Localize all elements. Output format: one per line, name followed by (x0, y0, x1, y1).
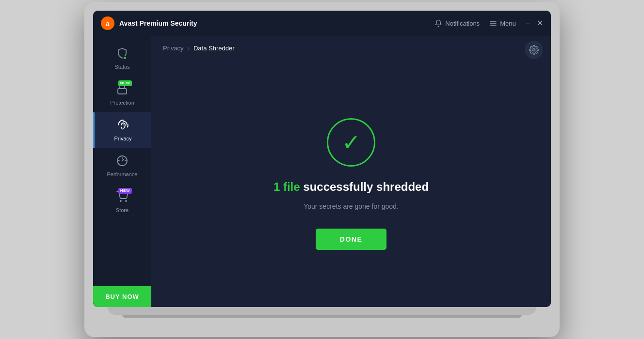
success-count: 1 file (274, 180, 300, 193)
gear-icon (529, 45, 539, 55)
success-title: 1 file successfully shredded (274, 180, 429, 194)
title-bar: a Avast Premium Security Notifications (93, 11, 551, 36)
status-icon-wrapper (116, 47, 128, 61)
breadcrumb: Privacy › Data Shredder (151, 36, 551, 61)
menu-button[interactable]: Menu (489, 19, 516, 27)
sidebar-item-performance[interactable]: Performance (93, 148, 151, 184)
close-button[interactable]: ✕ (537, 19, 543, 27)
app-window: a Avast Premium Security Notifications (93, 11, 551, 307)
done-button[interactable]: DONE (316, 229, 386, 250)
app-title: Avast Premium Security (119, 19, 197, 27)
svg-rect-5 (118, 89, 127, 94)
protection-new-badge: NEW (118, 80, 132, 86)
breadcrumb-current: Data Shredder (193, 45, 235, 52)
svg-point-9 (533, 49, 535, 51)
sidebar-item-privacy-label: Privacy (114, 136, 131, 141)
store-icon-wrapper: NEW (116, 191, 128, 204)
success-subtitle: Your secrets are gone for good. (304, 202, 399, 210)
main-layout: Status NEW Protection (93, 36, 551, 307)
content-area: Privacy › Data Shredder ✓ (151, 36, 551, 307)
buy-now-button[interactable]: BUY NOW (93, 286, 151, 307)
sidebar: Status NEW Protection (93, 36, 151, 307)
avast-logo-icon: a (101, 16, 114, 30)
minimize-button[interactable]: − (526, 19, 530, 27)
store-new-badge: NEW (118, 188, 132, 194)
bell-icon (435, 19, 442, 27)
protection-icon-wrapper: NEW (116, 83, 128, 97)
laptop-frame: a Avast Premium Security Notifications (84, 2, 560, 337)
sidebar-item-protection[interactable]: NEW Protection (93, 77, 151, 112)
success-area: ✓ 1 file successfully shredded Your secr… (151, 61, 551, 307)
svg-point-8 (126, 200, 127, 201)
menu-label: Menu (500, 20, 516, 27)
performance-icon-wrapper (116, 155, 128, 169)
sidebar-item-store[interactable]: NEW Store (93, 184, 151, 220)
success-title-suffix: successfully shredded (300, 180, 429, 193)
svg-point-7 (120, 200, 121, 201)
breadcrumb-parent: Privacy (163, 45, 184, 52)
settings-button[interactable] (525, 41, 543, 59)
checkmark-icon: ✓ (342, 131, 361, 154)
notifications-label: Notifications (445, 20, 480, 27)
sidebar-item-privacy[interactable]: Privacy (93, 112, 151, 148)
notifications-button[interactable]: Notifications (435, 19, 480, 27)
laptop-stand (108, 307, 536, 315)
privacy-icon-wrapper (117, 119, 129, 133)
sidebar-item-store-label: Store (116, 207, 129, 213)
breadcrumb-separator: › (188, 45, 190, 52)
title-bar-left: a Avast Premium Security (101, 16, 197, 30)
check-circle: ✓ (327, 118, 375, 167)
svg-text:a: a (106, 20, 110, 28)
menu-icon (489, 19, 497, 27)
speedometer-icon (116, 155, 128, 167)
sidebar-item-status[interactable]: Status (93, 41, 151, 77)
fingerprint-icon (117, 119, 129, 131)
laptop-base (122, 315, 522, 318)
status-dot (123, 56, 127, 60)
sidebar-item-status-label: Status (114, 64, 129, 70)
window-controls: − ✕ (526, 19, 543, 27)
sidebar-item-protection-label: Protection (110, 100, 134, 106)
sidebar-item-performance-label: Performance (107, 171, 138, 177)
title-bar-right: Notifications Menu − ✕ (435, 19, 543, 27)
